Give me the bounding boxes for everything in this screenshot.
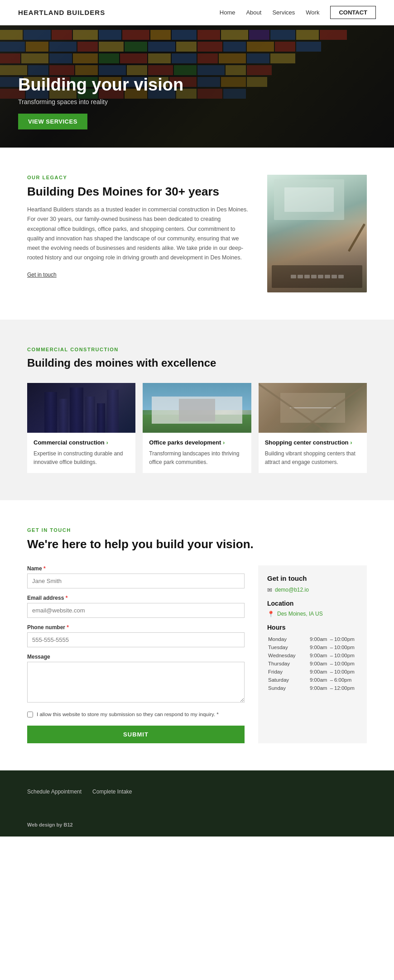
footer-brand-name: B12	[63, 822, 72, 827]
navbar: HEARTLAND BUILDERS Home About Services W…	[0, 0, 394, 25]
name-input[interactable]	[27, 574, 245, 588]
legacy-text: OUR LEGACY Building Des Moines for 30+ y…	[27, 175, 249, 278]
name-group: Name *	[27, 565, 245, 588]
hours-dash: –	[330, 660, 333, 667]
hours-close: 10:00pm	[334, 644, 357, 651]
hours-row: Sunday 9:00am – 12:00pm	[268, 684, 357, 692]
card-arrow-office: ›	[223, 439, 225, 446]
hours-close: 10:00pm	[334, 652, 357, 659]
name-label: Name *	[27, 565, 245, 572]
footer-intake-link[interactable]: Complete Intake	[92, 789, 132, 795]
hours-row: Monday 9:00am – 10:00pm	[268, 636, 357, 643]
hours-row: Thursday 9:00am – 10:00pm	[268, 660, 357, 667]
hours-open: 9:00am	[310, 684, 329, 692]
hours-day: Monday	[268, 636, 309, 643]
hours-row: Saturday 9:00am – 6:00pm	[268, 676, 357, 684]
hours-close: 10:00pm	[334, 636, 357, 643]
phone-input[interactable]	[27, 632, 245, 647]
email-input[interactable]	[27, 603, 245, 618]
card-desc-office: Transforming landscapes into thriving of…	[149, 449, 245, 467]
card-body-shopping: Shopping center construction › Building …	[259, 433, 367, 473]
footer: Schedule Appointment Complete Intake Web…	[0, 770, 394, 837]
commercial-title: Building des moines with excellence	[27, 357, 367, 369]
hero-cta-button[interactable]: VIEW SERVICES	[18, 114, 87, 129]
nav-home[interactable]: Home	[220, 9, 235, 16]
message-group: Message	[27, 654, 245, 704]
hero-content: Building your vision Transforming spaces…	[18, 76, 183, 129]
hours-row: Friday 9:00am – 10:00pm	[268, 668, 357, 675]
hours-day: Tuesday	[268, 644, 309, 651]
card-image-office	[143, 383, 251, 433]
legacy-section: OUR LEGACY Building Des Moines for 30+ y…	[0, 148, 394, 320]
hero-subtitle: Transforming spaces into reality	[18, 98, 183, 105]
contact-section: GET IN TOUCH We're here to help you buil…	[0, 500, 394, 770]
email-label: Email address *	[27, 595, 245, 601]
footer-schedule-link[interactable]: Schedule Appointment	[27, 789, 82, 795]
contact-label: GET IN TOUCH	[27, 527, 367, 533]
hours-open: 9:00am	[310, 652, 329, 659]
nav-logo: HEARTLAND BUILDERS	[18, 9, 105, 16]
card-title-office[interactable]: Office parks development ›	[149, 439, 245, 446]
card-image-commercial	[27, 383, 135, 433]
card-desc-commercial: Expertise in constructing durable and in…	[34, 449, 129, 467]
hours-dash: –	[330, 652, 333, 659]
phone-group: Phone number *	[27, 624, 245, 647]
nav-services[interactable]: Services	[272, 9, 295, 16]
footer-brand: Web design by B12	[27, 822, 367, 827]
legacy-description: Heartland Builders stands as a trusted l…	[27, 205, 249, 263]
nav-contact-button[interactable]: CONTACT	[330, 6, 376, 19]
card-shopping-center: Shopping center construction › Building …	[259, 383, 367, 473]
nav-work[interactable]: Work	[306, 9, 319, 16]
phone-label: Phone number *	[27, 624, 245, 631]
hours-close: 12:00pm	[334, 684, 357, 692]
info-email-row: ✉ demo@b12.io	[267, 587, 358, 593]
hours-dash: –	[330, 644, 333, 651]
contact-title: We're here to help you build your vision…	[27, 537, 367, 551]
legacy-image	[267, 175, 367, 292]
hours-dash: –	[330, 684, 333, 692]
hours-close: 10:00pm	[334, 668, 357, 675]
card-arrow-shopping: ›	[350, 439, 352, 446]
hero-title: Building your vision	[18, 76, 183, 95]
card-commercial-construction: Commercial construction › Expertise in c…	[27, 383, 135, 473]
nav-links: Home About Services Work CONTACT	[220, 6, 376, 19]
hours-day: Friday	[268, 668, 309, 675]
hours-open: 9:00am	[310, 660, 329, 667]
info-title: Get in touch	[267, 574, 358, 582]
hero-section: Building your vision Transforming spaces…	[0, 25, 394, 148]
hours-day: Thursday	[268, 660, 309, 667]
hours-day: Saturday	[268, 676, 309, 684]
commercial-label: COMMERCIAL CONSTRUCTION	[27, 347, 367, 352]
contact-form: Name * Email address * Phone number *	[27, 565, 245, 743]
card-title-shopping[interactable]: Shopping center construction ›	[265, 439, 360, 446]
location-icon: 📍	[267, 611, 274, 617]
hours-open: 9:00am	[310, 668, 329, 675]
consent-text: I allow this website to store my submiss…	[37, 711, 219, 718]
phone-required: *	[67, 624, 69, 631]
legacy-get-in-touch-link[interactable]: Get in touch	[27, 272, 57, 278]
email-required: *	[66, 595, 68, 601]
submit-button[interactable]: SUBMIT	[27, 726, 245, 743]
info-location-link[interactable]: Des Moines, IA US	[277, 611, 323, 617]
email-icon: ✉	[267, 587, 272, 593]
card-image-shopping	[259, 383, 367, 433]
hours-dash: –	[330, 668, 333, 675]
info-email-link[interactable]: demo@b12.io	[275, 587, 309, 593]
card-body-office: Office parks development › Transforming …	[143, 433, 251, 473]
footer-links: Schedule Appointment Complete Intake	[27, 789, 367, 808]
info-location-row: 📍 Des Moines, IA US	[267, 611, 358, 617]
contact-info-panel: Get in touch ✉ demo@b12.io Location 📍 De…	[258, 565, 367, 743]
consent-checkbox[interactable]	[27, 712, 33, 717]
hours-day: Sunday	[268, 684, 309, 692]
legacy-label: OUR LEGACY	[27, 175, 249, 180]
message-textarea[interactable]	[27, 662, 245, 703]
card-title-commercial[interactable]: Commercial construction ›	[34, 439, 129, 446]
hours-row: Tuesday 9:00am – 10:00pm	[268, 644, 357, 651]
hours-dash: –	[330, 636, 333, 643]
contact-grid: Name * Email address * Phone number *	[27, 565, 367, 743]
hours-close: 10:00pm	[334, 660, 357, 667]
email-group: Email address *	[27, 595, 245, 618]
message-label: Message	[27, 654, 245, 660]
info-location-title: Location	[267, 600, 358, 607]
nav-about[interactable]: About	[246, 9, 261, 16]
